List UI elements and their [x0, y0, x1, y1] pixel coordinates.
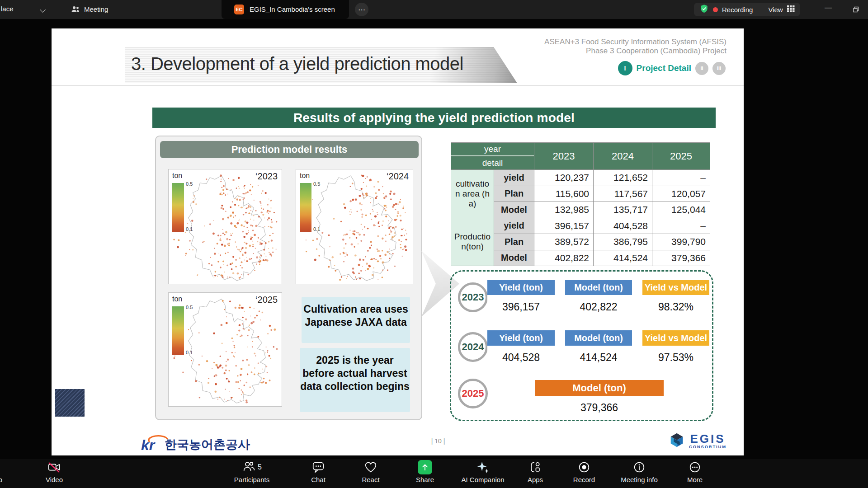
- color-scale-bar: [300, 183, 311, 232]
- tab-shared-screen[interactable]: EC EGIS_In Cambodia's screen: [222, 0, 349, 19]
- color-scale-bar: [172, 183, 184, 232]
- meeting-toolbar: Audio Video 5 Participants Chat React: [0, 459, 868, 488]
- table-cell: 115,600: [534, 186, 593, 202]
- map-year-label: ‘2025: [255, 295, 278, 305]
- share-screen-icon: [418, 460, 432, 474]
- chat-button[interactable]: Chat: [291, 459, 345, 488]
- table-cell: 135,717: [594, 202, 652, 218]
- react-label: React: [362, 476, 379, 483]
- table-cell: 120,057: [652, 186, 710, 202]
- summary-header: Model (ton): [535, 380, 664, 396]
- ai-companion-label: AI Companion: [461, 476, 504, 483]
- map-unit-label: ton: [172, 295, 182, 303]
- hatched-square-decoration: [55, 389, 85, 417]
- meeting-info-button[interactable]: Meeting info: [612, 459, 666, 488]
- map-unit-label: ton: [172, 172, 182, 180]
- title-bar: lace Meeting EC EGIS_In Cambodia's scree…: [0, 0, 868, 19]
- workspace-label[interactable]: lace: [1, 5, 14, 13]
- summary-header: Yield vs Model: [642, 280, 709, 295]
- view-grid-icon[interactable]: [787, 5, 795, 14]
- apps-button[interactable]: Apps: [508, 459, 562, 488]
- prediction-results-panel: Prediction model results ton ‘2023 0.5 0…: [155, 136, 422, 420]
- minimize-button[interactable]: —: [825, 4, 832, 12]
- react-button[interactable]: React: [344, 459, 398, 488]
- project-detail-badge: I Project Detail II III: [618, 61, 726, 75]
- scale-max-label: 0.5: [313, 181, 320, 187]
- record-label: Record: [573, 476, 595, 483]
- yield-map-2024: ton ‘2024 0.5 0.1: [296, 169, 413, 284]
- share-label: Share: [416, 476, 434, 483]
- view-button[interactable]: View: [768, 6, 783, 14]
- share-button[interactable]: Share: [398, 459, 452, 488]
- table-corner-detail: detail: [451, 156, 534, 169]
- recording-indicator: Recording: [722, 6, 753, 14]
- video-label: Video: [46, 476, 63, 483]
- audio-button[interactable]: Audio: [0, 459, 21, 488]
- year-circle-2025: 2025: [458, 379, 488, 408]
- chat-label: Chat: [311, 476, 326, 483]
- shared-screen-stage: 3. Development of a yield prediction mod…: [0, 19, 868, 459]
- video-off-icon: [47, 459, 61, 475]
- row-label: Plan: [494, 234, 534, 250]
- participants-button[interactable]: 5 Participants: [225, 459, 279, 488]
- footer-org-name: 한국농어촌공사: [165, 436, 250, 453]
- table-cell: 386,795: [594, 234, 652, 250]
- row-label: Model: [494, 250, 534, 266]
- project-detail-label: Project Detail: [637, 63, 691, 73]
- chevron-down-icon[interactable]: [40, 7, 46, 13]
- table-cell: 120,237: [534, 170, 593, 186]
- meeting-status-pill: Recording View: [694, 3, 800, 16]
- summary-value: 379,366: [535, 396, 664, 419]
- table-cell: 132,985: [534, 202, 593, 218]
- tab-meeting[interactable]: Meeting: [84, 5, 108, 13]
- table-cell: 121,652: [594, 170, 652, 186]
- table-cell: 396,157: [534, 218, 593, 234]
- table-cell: –: [652, 170, 710, 186]
- row-label: yield: [494, 170, 534, 186]
- chat-icon: [311, 459, 325, 475]
- table-cell: 117,567: [594, 186, 652, 202]
- row-label: Plan: [494, 186, 534, 202]
- screen-tab-label: EGIS_In Cambodia's screen: [250, 5, 335, 13]
- summary-header: Yield (ton): [487, 330, 555, 346]
- scale-min-label: 0.1: [186, 226, 193, 232]
- egis-logo-text: EGIS: [690, 433, 725, 444]
- record-button[interactable]: Record: [557, 459, 611, 488]
- scale-max-label: 0.5: [186, 305, 193, 310]
- recording-dot-icon: [713, 7, 718, 12]
- more-icon: [688, 459, 702, 475]
- summary-value: 98.32%: [642, 295, 709, 319]
- yield-map-2025: ton ‘2025 0.5 0.1: [168, 292, 282, 407]
- summary-value: 404,528: [487, 346, 555, 370]
- project-line2: Phase 3 Cooperation (Cambodia) Project: [544, 47, 726, 56]
- more-button[interactable]: More: [668, 459, 722, 488]
- map-unit-label: ton: [300, 172, 310, 180]
- table-year-header: 2025: [652, 143, 710, 169]
- scale-min-label: 0.1: [313, 226, 320, 232]
- summary-value: 396,157: [487, 295, 555, 319]
- summary-value: 97.53%: [642, 346, 709, 370]
- year-circle-2024: 2024: [458, 332, 488, 362]
- summary-value: 414,524: [565, 346, 632, 370]
- restore-window-button[interactable]: [852, 5, 860, 15]
- presentation-slide: 3. Development of a yield prediction mod…: [52, 28, 744, 455]
- more-tabs-button[interactable]: ⋯: [355, 3, 368, 16]
- table-cell: 125,044: [652, 202, 710, 218]
- table-cell: 389,572: [534, 234, 593, 250]
- table-year-header: 2024: [594, 143, 652, 169]
- map-year-label: ‘2024: [387, 171, 409, 182]
- table-year-header: 2023: [534, 143, 593, 169]
- scale-max-label: 0.5: [186, 181, 193, 187]
- egis-cube-icon: [668, 432, 685, 450]
- ai-companion-button[interactable]: AI Companion: [456, 459, 510, 488]
- participants-label: Participants: [234, 476, 269, 483]
- apps-label: Apps: [528, 476, 543, 483]
- header-divider: [52, 85, 744, 86]
- table-corner-year: year: [451, 143, 534, 156]
- table-cell: 404,528: [594, 218, 652, 234]
- video-button[interactable]: Video: [27, 459, 81, 488]
- table-cell: –: [652, 218, 710, 234]
- audio-label: Audio: [0, 476, 2, 483]
- record-icon: [577, 459, 591, 475]
- security-shield-icon: [699, 4, 709, 15]
